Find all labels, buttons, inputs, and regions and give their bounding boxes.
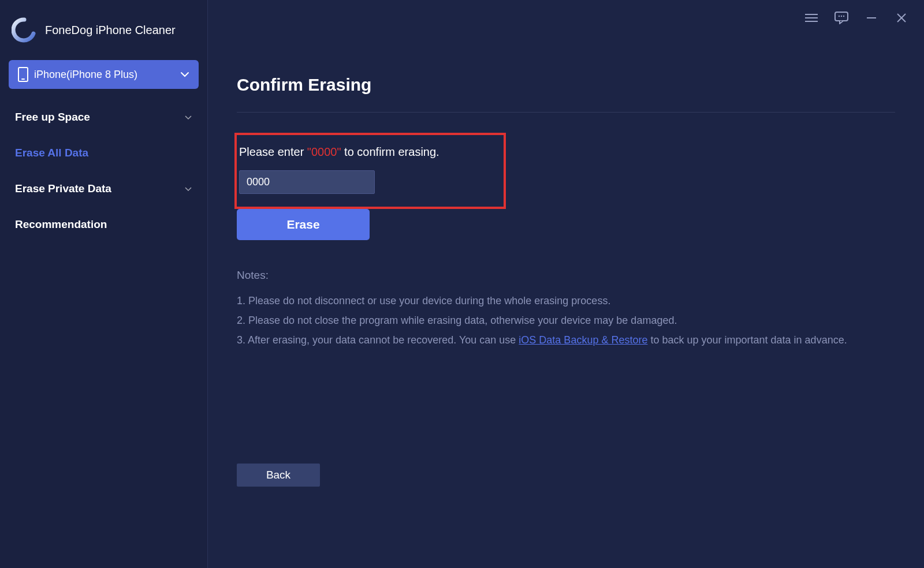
- svg-point-6: [843, 16, 844, 17]
- sidebar-item-erase-private-data[interactable]: Erase Private Data: [0, 171, 207, 207]
- device-selector[interactable]: iPhone(iPhone 8 Plus): [9, 60, 199, 89]
- note-item: 1. Please do not disconnect or use your …: [237, 291, 895, 311]
- svg-point-4: [839, 16, 840, 17]
- main-content: Confirm Erasing Please enter "0000" to c…: [208, 0, 924, 568]
- sidebar-item-label: Free up Space: [15, 111, 90, 124]
- confirm-suffix: to confirm erasing.: [341, 145, 439, 158]
- confirm-prefix: Please enter: [239, 145, 307, 158]
- sidebar-item-label: Erase Private Data: [15, 182, 111, 195]
- app-logo-icon: [12, 17, 37, 43]
- sidebar-item-free-up-space[interactable]: Free up Space: [0, 99, 207, 135]
- notes-heading: Notes:: [237, 269, 895, 282]
- note3-prefix: 3. After erasing, your data cannot be re…: [237, 334, 519, 346]
- confirm-highlight-box: Please enter "0000" to confirm erasing.: [234, 133, 506, 209]
- sidebar-item-label: Erase All Data: [15, 147, 88, 159]
- back-button[interactable]: Back: [237, 464, 320, 487]
- device-name: iPhone(iPhone 8 Plus): [34, 69, 174, 81]
- phone-icon: [18, 67, 28, 82]
- content-area: Confirm Erasing Please enter "0000" to c…: [208, 0, 924, 368]
- confirm-code: "0000": [307, 145, 341, 158]
- app-title: FoneDog iPhone Cleaner: [45, 24, 176, 37]
- chevron-down-icon: [184, 115, 192, 120]
- note3-suffix: to back up your important data in advanc…: [647, 334, 847, 346]
- erase-button[interactable]: Erase: [237, 209, 370, 240]
- notes-section: Notes: 1. Please do not disconnect or us…: [237, 269, 895, 350]
- sidebar-item-label: Recommendation: [15, 218, 107, 231]
- sidebar-item-recommendation[interactable]: Recommendation: [0, 207, 207, 242]
- minimize-icon[interactable]: [864, 12, 879, 24]
- menu-icon[interactable]: [804, 12, 819, 24]
- confirm-input[interactable]: [239, 170, 375, 194]
- ios-backup-link[interactable]: iOS Data Backup & Restore: [519, 334, 647, 346]
- titlebar-controls: [804, 12, 909, 24]
- divider: [237, 112, 895, 113]
- confirm-instruction: Please enter "0000" to confirm erasing.: [239, 145, 504, 159]
- note-item: 3. After erasing, your data cannot be re…: [237, 330, 895, 350]
- chevron-down-icon: [180, 72, 189, 77]
- app-header: FoneDog iPhone Cleaner: [0, 12, 207, 60]
- chevron-down-icon: [184, 186, 192, 192]
- svg-point-5: [841, 16, 842, 17]
- feedback-icon[interactable]: [834, 12, 849, 24]
- sidebar-item-erase-all-data[interactable]: Erase All Data: [0, 135, 207, 171]
- sidebar: FoneDog iPhone Cleaner iPhone(iPhone 8 P…: [0, 0, 208, 568]
- page-title: Confirm Erasing: [237, 75, 895, 95]
- note-item: 2. Please do not close the program while…: [237, 311, 895, 330]
- close-icon[interactable]: [894, 12, 909, 24]
